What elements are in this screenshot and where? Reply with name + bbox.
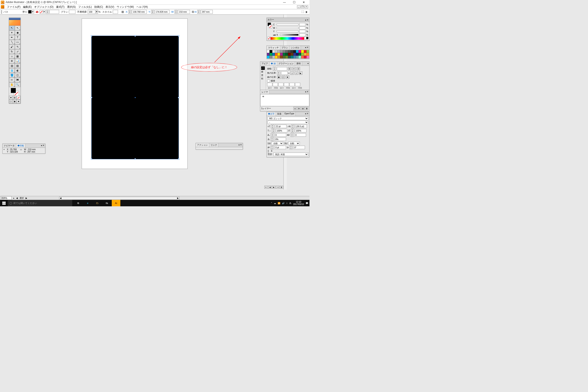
swatch-cell[interactable]: [301, 53, 304, 56]
tab-links[interactable]: リンク: [209, 143, 218, 147]
screen-full-btn[interactable]: ■: [16, 100, 20, 103]
swatch-cell[interactable]: [272, 50, 275, 53]
swatch-cell[interactable]: [275, 56, 278, 58]
layers-panel-menu[interactable]: ◂ ✕: [304, 90, 309, 94]
size-stepper[interactable]: ▴▾: [271, 124, 274, 128]
m-slider[interactable]: [276, 27, 298, 29]
swatch-cell[interactable]: [280, 56, 282, 58]
menu-filter[interactable]: フィルタ(L): [77, 5, 93, 9]
zoom-field[interactable]: [1, 196, 12, 200]
link-wh-icon[interactable]: ⛓: [192, 10, 194, 13]
join-miter-icon[interactable]: ┌: [290, 71, 294, 75]
layer-visibility-icon[interactable]: 👁: [262, 96, 264, 98]
line-tool[interactable]: ╲: [9, 40, 15, 44]
h-field[interactable]: 297 mm: [201, 10, 213, 14]
window-maximize-button[interactable]: ☐: [289, 0, 299, 5]
swatch-cell[interactable]: [286, 50, 288, 53]
tracking-field[interactable]: [294, 133, 306, 137]
swatch-cell[interactable]: [272, 56, 275, 58]
status-prev[interactable]: ◀: [16, 197, 18, 199]
screen-normal-btn[interactable]: ▢: [9, 100, 13, 103]
stroke-weight-stepper[interactable]: ▴▾: [46, 10, 49, 14]
canvas-area[interactable]: [3, 14, 284, 194]
swatch-cell[interactable]: [267, 50, 270, 53]
leading-field[interactable]: [295, 125, 307, 128]
k-slider[interactable]: [280, 34, 298, 36]
m-value[interactable]: [299, 26, 306, 30]
join-bevel-icon[interactable]: ◣: [299, 71, 302, 75]
swatch-cell[interactable]: [290, 50, 293, 53]
tab-paragraph[interactable]: 段落: [276, 112, 283, 116]
slice-tool[interactable]: ✂: [9, 78, 15, 82]
shift-field[interactable]: [274, 146, 286, 149]
swatch-cell[interactable]: [270, 56, 272, 58]
hscale-field[interactable]: [276, 129, 287, 132]
tab-brushes[interactable]: ブラシ: [280, 46, 290, 50]
font-style-dropdown[interactable]: -: [268, 120, 308, 124]
magic-wand-tool[interactable]: ✴: [9, 30, 15, 35]
tray-clock[interactable]: 12:10 2017/03/10: [293, 201, 304, 206]
swatch-cell[interactable]: [288, 53, 290, 56]
swatch-cell[interactable]: [298, 53, 301, 56]
white-chip[interactable]: [304, 37, 306, 39]
hand-tool[interactable]: ✋: [9, 82, 15, 87]
menu-window[interactable]: ウィンドウ(W): [116, 5, 135, 9]
taskbar-edge-icon[interactable]: e: [84, 200, 92, 206]
zoom-tool[interactable]: 🔍: [15, 82, 21, 87]
bp-stepper[interactable]: ▴▾: [270, 137, 274, 141]
dash2[interactable]: [278, 83, 284, 86]
menu-effect[interactable]: 効果(C): [93, 5, 104, 9]
doc-minimize-button[interactable]: _: [297, 5, 300, 8]
pencil-tool[interactable]: ✎: [15, 44, 21, 49]
lasso-tool[interactable]: ◉: [15, 30, 21, 35]
font-family-dropdown[interactable]: MS ゴシック: [268, 117, 308, 120]
gap2[interactable]: [284, 83, 289, 86]
swatch-cell[interactable]: [293, 56, 296, 58]
layer-create-sub-icon[interactable]: ⊞: [297, 107, 301, 110]
taskbar-store-icon[interactable]: 🛍: [102, 200, 111, 206]
spectrum-bar[interactable]: [270, 37, 304, 40]
swatch-cell[interactable]: [304, 56, 306, 58]
rotate-tool[interactable]: ↻: [9, 49, 15, 54]
gap1[interactable]: [273, 83, 278, 86]
hscroll-right[interactable]: ▶: [177, 197, 179, 199]
opacity-flyout[interactable]: ▸: [96, 10, 98, 14]
tab-stroke[interactable]: ◆ 線: [270, 62, 277, 66]
mesh-tool[interactable]: ▤: [9, 64, 15, 68]
vscale-field[interactable]: [295, 129, 306, 132]
menu-type[interactable]: 書式(T): [55, 5, 66, 9]
tab-swatches[interactable]: スウォッチ: [267, 46, 280, 50]
stroke-swatch-none[interactable]: [40, 10, 43, 14]
swatch-cell[interactable]: [304, 53, 306, 56]
swatch-cell[interactable]: [306, 56, 309, 58]
tab-layers[interactable]: レイヤ: [260, 90, 270, 94]
appearance-row-fill[interactable]: 塗: [261, 74, 265, 77]
shift-stepper[interactable]: ▴▾: [270, 146, 274, 149]
black-chip[interactable]: [306, 37, 308, 39]
direct-selection-tool[interactable]: ↖: [15, 26, 21, 30]
tab-appearance[interactable]: アピア: [260, 62, 270, 66]
tray-wifi-icon[interactable]: 📶: [278, 202, 280, 204]
gap3[interactable]: [295, 83, 300, 86]
page-first-icon[interactable]: ⇤: [264, 186, 268, 189]
graph-tool[interactable]: 📊: [15, 59, 21, 64]
k-value[interactable]: [299, 33, 306, 36]
tray-notifications-icon[interactable]: 💬: [306, 202, 308, 204]
canvas-h-scrollbar[interactable]: ◀ ▶: [59, 197, 180, 200]
menu-select[interactable]: 選択(S): [66, 5, 77, 9]
w-stepper[interactable]: ▴▾: [174, 10, 178, 14]
start-button[interactable]: [0, 200, 8, 206]
swatch-cell[interactable]: [298, 50, 301, 53]
type-tool[interactable]: T: [15, 35, 21, 40]
swatch-cell[interactable]: [275, 50, 278, 53]
menu-view[interactable]: 表示(V): [104, 5, 116, 9]
live-paint-tool[interactable]: 🪣: [9, 73, 15, 78]
tracking-stepper[interactable]: ▴▾: [290, 133, 294, 137]
trash-icon[interactable]: 🗑: [280, 186, 283, 189]
selection-tool[interactable]: ↖: [9, 26, 15, 30]
symbol-sprayer-tool[interactable]: ✲: [9, 59, 15, 64]
tray-up-icon[interactable]: ˄: [271, 202, 272, 204]
dash3[interactable]: [290, 83, 295, 86]
swatch-cell[interactable]: [270, 53, 272, 56]
h-stepper[interactable]: ▴▾: [197, 10, 200, 14]
